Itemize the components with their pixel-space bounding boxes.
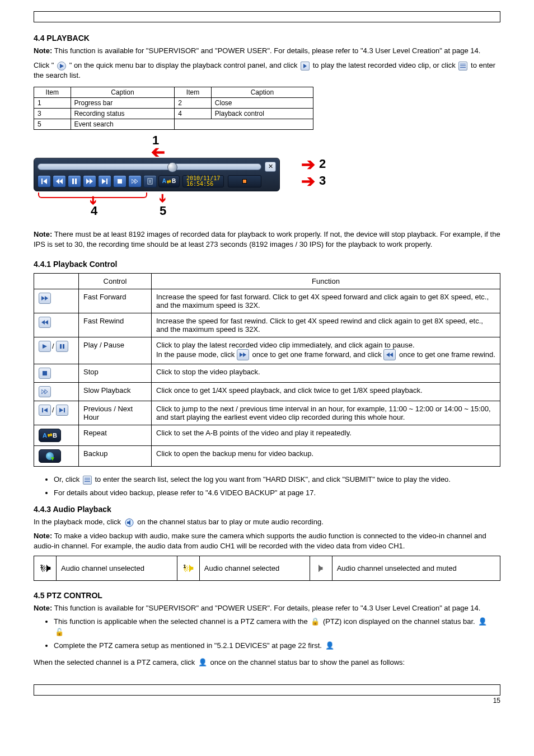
svg-rect-15 <box>118 179 122 184</box>
playback-note-2-text: There must be at least 8192 images of re… <box>34 230 500 248</box>
section-title-playback: 4.4 PLAYBACK <box>34 34 500 43</box>
list-item: For details about video backup, please r… <box>54 488 500 498</box>
t: once on the channel status bar to show t… <box>210 658 405 666</box>
t: For details about video backup, please r… <box>54 489 316 497</box>
list-item: Complete the PTZ camera setup as mention… <box>54 641 500 651</box>
label-5: 5 <box>160 204 166 218</box>
svg-marker-30 <box>243 353 246 357</box>
table-row: 3 Recording status 4 Playback control <box>34 108 313 119</box>
svg-rect-41 <box>85 480 90 480</box>
playback-caption-table: Item Caption Item Caption 1 Progress bar… <box>34 87 313 130</box>
svg-marker-31 <box>390 353 393 357</box>
forward-button[interactable] <box>83 175 96 187</box>
close-button[interactable]: ✕ <box>265 162 276 172</box>
ctrl-desc: Increase the speed for fast forward. Cli… <box>152 289 500 313</box>
rewind-button[interactable] <box>53 175 66 187</box>
control-notes: Or, click to enter the search list, sele… <box>34 475 500 498</box>
td: 3 <box>34 108 71 119</box>
pause-icon <box>56 341 68 352</box>
slow-button[interactable] <box>128 175 142 187</box>
play-latest-icon <box>301 62 310 71</box>
progress-thumb[interactable] <box>167 162 177 172</box>
page-header-frame <box>34 11 500 22</box>
svg-rect-33 <box>43 371 47 375</box>
stop-icon <box>39 368 51 379</box>
audio-note-text: To make a video backup with audio, make … <box>34 532 486 550</box>
t: once to get one frame rewind. <box>399 350 495 359</box>
repeat-ab-button[interactable]: A⇄B <box>158 175 180 187</box>
lock-icon: 🔒 <box>311 618 320 627</box>
audio-muted-icon: 🕨 <box>315 562 326 575</box>
backup-icon: ▼ <box>39 449 61 463</box>
svg-marker-38 <box>59 408 63 412</box>
audio-toggle-icon <box>124 518 134 528</box>
td: Playback control <box>211 108 313 119</box>
svg-rect-3 <box>460 65 466 66</box>
label-3: 3 <box>319 173 326 188</box>
playback-note-1: Note: This function is available for "SU… <box>34 46 500 56</box>
th: Item <box>175 87 212 97</box>
svg-marker-13 <box>102 179 106 184</box>
step-rewind-icon <box>383 349 396 360</box>
table-row: 5 Event search <box>34 119 313 129</box>
t: once to get one frame forward, and click <box>252 350 383 359</box>
prev-hour-button[interactable] <box>38 175 51 187</box>
td: Recording status <box>71 108 175 119</box>
playback-quickmenu-icon <box>57 62 66 71</box>
ptz-note-0: Note: This function is available for "SU… <box>34 603 500 613</box>
t: " on the quick menu bar to display the p… <box>69 61 299 69</box>
svg-rect-9 <box>72 179 74 184</box>
unlock-icon: 🔓 <box>55 628 64 637</box>
table-row: / Play / Pause Click to play the latest … <box>34 337 500 364</box>
stop-button[interactable] <box>113 175 127 187</box>
audio-col-label: Audio channel selected <box>199 556 310 581</box>
event-search-button[interactable] <box>143 175 157 187</box>
td: Progress bar <box>71 97 175 108</box>
svg-marker-37 <box>44 408 48 412</box>
td: 2 <box>175 97 212 108</box>
audio-icons-table: 🕪1 Audio channel unselected 🕪1 Audio cha… <box>34 556 500 581</box>
td: 4 <box>175 108 212 119</box>
svg-marker-7 <box>56 179 59 184</box>
svg-rect-42 <box>85 481 90 482</box>
ptz-body: When the selected channel is a PTZ camer… <box>34 658 500 668</box>
playback-controls-table: Control Function Fast Forward Increase t… <box>34 273 500 467</box>
svg-rect-40 <box>85 478 90 478</box>
svg-marker-25 <box>41 320 45 325</box>
next-hour-button[interactable] <box>98 175 111 187</box>
note-prefix: Note: <box>34 604 54 612</box>
svg-marker-0 <box>60 64 64 68</box>
svg-rect-10 <box>75 179 77 184</box>
svg-rect-2 <box>460 64 466 64</box>
svg-marker-12 <box>90 179 93 184</box>
th: Item <box>34 87 71 97</box>
table-row: Stop Click to stop the video playback. <box>34 364 500 382</box>
t: on the channel status bar to play or mut… <box>137 518 323 526</box>
search-list-icon <box>458 62 467 71</box>
th <box>34 273 79 289</box>
table-row: ▼ Backup Click to open the backup menu f… <box>34 445 500 466</box>
svg-marker-35 <box>45 389 48 394</box>
t: Complete the PTZ camera setup as mention… <box>54 641 322 650</box>
ctrl-desc: Click to play the latest recorded video … <box>152 337 500 364</box>
playback-panel-figure: 1 ➔ 2 ➔ 3 ➔ ✕ A⇄B <box>34 135 302 218</box>
t: (PTZ) icon displayed on the channel stat… <box>323 617 475 626</box>
slow-playback-icon <box>39 386 51 397</box>
svg-marker-24 <box>45 320 48 325</box>
section-title-audio: 4.4.3 Audio Playback <box>34 505 500 514</box>
svg-marker-16 <box>132 179 134 184</box>
audio-col-label: Audio channel unselected <box>57 556 177 581</box>
ctrl-desc: Click to jump to the next / previous tim… <box>152 401 500 425</box>
table-row: / Previous / Next Hour Click to jump to … <box>34 401 500 425</box>
next-hour-icon <box>56 405 68 416</box>
ctrl-desc: Click to open the backup menu for video … <box>152 445 500 466</box>
ctrl-name: Fast Rewind <box>79 313 152 337</box>
ctrl-desc: Click to stop the video playback. <box>152 364 500 382</box>
pause-button[interactable] <box>68 175 81 187</box>
ctrl-name: Backup <box>79 445 152 466</box>
page-number: 15 <box>34 697 500 705</box>
t: to play the latest recorded video clip, … <box>313 61 458 69</box>
progress-bar[interactable] <box>38 163 261 170</box>
prev-hour-icon <box>39 405 51 416</box>
ctrl-desc: Increase the speed for fast rewind. Clic… <box>152 313 500 337</box>
